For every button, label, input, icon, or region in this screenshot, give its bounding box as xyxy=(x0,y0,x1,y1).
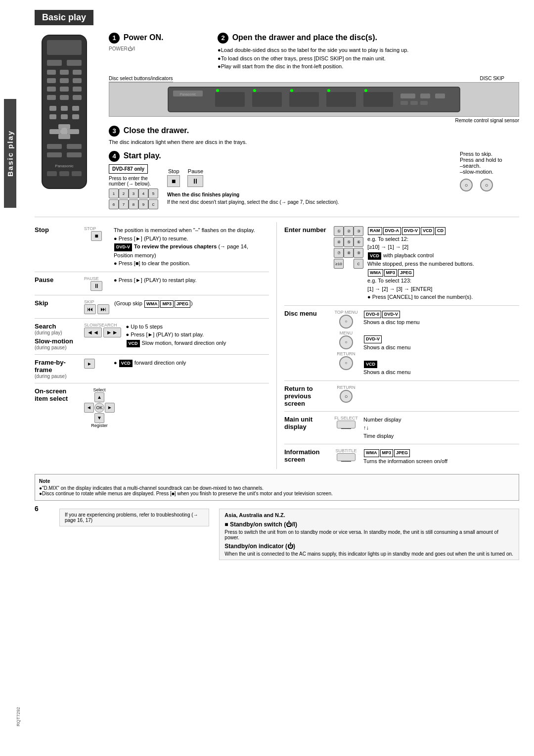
svg-point-44 xyxy=(253,89,256,92)
svg-rect-27 xyxy=(47,144,62,149)
framexframe-sub: (during pause) xyxy=(35,374,79,379)
step2-desc3: ●Play will start from the disc in the fr… xyxy=(218,62,519,71)
control-skip: Skip SKIP ⏮ ⏭ (Group skip WMAMP3JPEG) xyxy=(35,295,269,319)
svg-rect-8 xyxy=(60,78,69,83)
enter-num-desc: RAMDVD-ADVD-VVCDCD e.g. To select 12: [≥… xyxy=(367,226,519,301)
search-control-desc: ● Up to 5 steps ● Press [►] (PLAY) to st… xyxy=(126,323,269,348)
skip-back-btn[interactable]: ⏮ xyxy=(84,304,96,314)
num-1[interactable]: ① xyxy=(334,226,344,236)
num-btn-3[interactable]: 3 xyxy=(129,189,138,198)
info-screen-desc: WMAMP3JPEG Turns the information screen … xyxy=(363,448,519,465)
slow-motion-label: –slow-motion. xyxy=(460,169,519,175)
svg-rect-26 xyxy=(58,134,70,139)
svg-rect-52 xyxy=(410,101,418,105)
svg-rect-40 xyxy=(289,92,319,107)
num-5[interactable]: ⑤ xyxy=(344,237,354,247)
svg-rect-23 xyxy=(49,129,61,134)
svg-rect-41 xyxy=(326,92,356,107)
slow-back-btn[interactable]: ◄◄ xyxy=(84,328,102,337)
svg-rect-1 xyxy=(47,40,82,55)
step3-number: 3 xyxy=(109,126,120,137)
num-btn-4[interactable]: 4 xyxy=(138,189,148,198)
step2-number: 2 xyxy=(218,33,228,44)
nav-ok-btn[interactable]: OK xyxy=(94,403,104,413)
svg-rect-16 xyxy=(49,106,56,111)
standby-indicator-title: Standby/on indicator (⏻) xyxy=(224,543,514,550)
fl-select-btn[interactable]: ___ xyxy=(337,421,356,428)
svg-rect-11 xyxy=(60,87,69,92)
num-btn-8[interactable]: 8 xyxy=(129,199,138,209)
stop-label: Stop xyxy=(167,168,180,174)
num-cancel[interactable]: C xyxy=(354,259,363,269)
num-4[interactable]: ④ xyxy=(334,237,344,247)
svg-text:Panasonic: Panasonic xyxy=(180,93,196,96)
return-btn-disc[interactable]: ○ xyxy=(339,356,353,370)
svg-point-45 xyxy=(290,89,293,92)
control-main-display: Main unitdisplay FL SELECT ___ Number di… xyxy=(284,412,519,445)
disc-menu-name: Disc menu xyxy=(284,310,329,317)
slow-fwd-btn[interactable]: ►► xyxy=(103,328,121,337)
subtitle-btn[interactable]: ___ xyxy=(337,453,356,461)
num-btn-cancel[interactable]: C xyxy=(148,199,158,209)
pause-button[interactable]: ⏸ xyxy=(187,175,203,187)
when-disc-finishes: When the disc finishes playing xyxy=(167,192,239,197)
asia-box: Asia, Australia and N.Z. ■ Standby/on sw… xyxy=(219,509,519,560)
num-10plus[interactable]: ≥10 xyxy=(334,259,344,269)
disc-skip-label: DISC SKIP xyxy=(480,76,504,81)
step3-desc: The disc indicators light when there are… xyxy=(109,138,519,146)
num-btn-1[interactable]: 1 xyxy=(109,189,119,198)
skip-fwd-btn[interactable]: ⏭ xyxy=(97,304,109,314)
num-btn-9[interactable]: 9 xyxy=(138,199,148,209)
note-title: Note xyxy=(39,478,515,484)
num-btn-6[interactable]: 6 xyxy=(109,199,119,209)
search-left-btn[interactable]: ○ xyxy=(460,179,473,191)
nav-down-btn[interactable]: ▼ xyxy=(94,413,104,423)
top-menu-btn[interactable]: ○ xyxy=(339,315,353,329)
num-2[interactable]: ② xyxy=(344,226,354,236)
standby-switch-title: ■ Standby/on switch (⏻/I) xyxy=(224,521,514,528)
search-right-btn[interactable]: ○ xyxy=(480,179,493,191)
nav-left-btn[interactable]: ◄ xyxy=(84,403,94,413)
svg-rect-32 xyxy=(47,171,57,176)
num-btn-7[interactable]: 7 xyxy=(119,199,129,209)
svg-rect-3 xyxy=(67,60,82,66)
pause-control-desc: ● Press [►] (PLAY) to restart play. xyxy=(114,276,269,284)
num-3[interactable]: ③ xyxy=(354,226,363,236)
enter-num-name: Enter number xyxy=(284,226,329,234)
nav-right-btn[interactable]: ► xyxy=(105,403,115,413)
return-previous-name: Return topreviousscreen xyxy=(284,385,329,407)
main-display-name: Main unitdisplay xyxy=(284,416,329,430)
svg-rect-48 xyxy=(400,94,415,98)
press-skip: Press to skip. xyxy=(460,151,519,157)
num-btn-5[interactable]: 5 xyxy=(148,189,158,198)
menu-btn[interactable]: ○ xyxy=(339,335,353,349)
svg-text:Panasonic: Panasonic xyxy=(55,164,73,168)
slowmotion-sub: (during pause) xyxy=(35,345,79,350)
svg-point-43 xyxy=(216,89,219,92)
nav-up-btn[interactable]: ▲ xyxy=(94,392,104,402)
return-btn[interactable]: ○ xyxy=(340,390,353,403)
pause-hw-btn[interactable]: ⏸ xyxy=(90,281,102,291)
disc-select-label: Disc select buttons/indicators xyxy=(109,76,173,82)
step2-desc1: ●Load double-sided discs so the label fo… xyxy=(218,46,519,54)
step4-number: 4 xyxy=(109,151,120,162)
num-6[interactable]: ⑥ xyxy=(354,237,363,247)
num-7[interactable]: ⑦ xyxy=(334,248,344,258)
pause-control-name: Pause xyxy=(35,276,79,284)
stop-button[interactable]: ■ xyxy=(167,175,180,187)
control-stop: Stop STOP ■ The position is memorized wh… xyxy=(35,222,269,272)
svg-point-47 xyxy=(364,89,367,92)
num-8[interactable]: ⑧ xyxy=(344,248,354,258)
num-9[interactable]: ⑨ xyxy=(354,248,363,258)
pause-label: Pause xyxy=(187,168,203,174)
frame-btn[interactable]: ▸ xyxy=(84,359,95,369)
note-item-1: ●"D.MIX" on the display indicates that a… xyxy=(39,485,515,491)
standby-switch-desc: Press to switch the unit from on to stan… xyxy=(224,529,514,540)
page-number: 6 xyxy=(35,505,49,513)
step1-label: POWER⏻/I xyxy=(109,46,208,51)
search-label: –search. xyxy=(460,163,519,169)
num-btn-2[interactable]: 2 xyxy=(119,189,129,198)
stop-hw-btn[interactable]: ■ xyxy=(91,231,102,241)
tip-box: If you are experiencing problems, refer … xyxy=(59,509,209,526)
svg-rect-12 xyxy=(73,87,82,92)
